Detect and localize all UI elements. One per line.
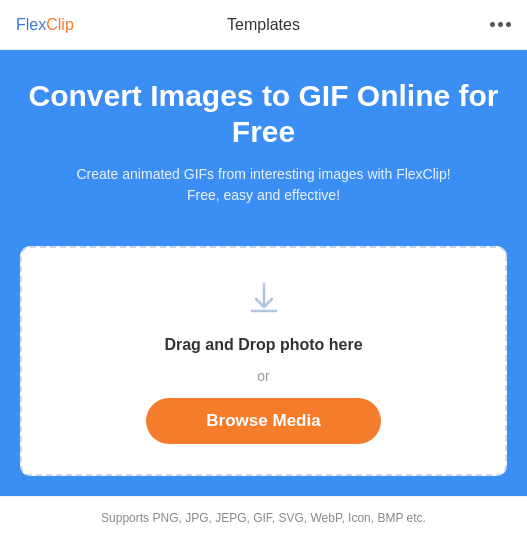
hero-subtitle: Create animated GIFs from interesting im…: [64, 164, 464, 206]
upload-dropzone[interactable]: Drag and Drop photo here or Browse Media: [20, 246, 507, 476]
logo: FlexClip: [16, 16, 74, 34]
download-icon: [244, 278, 284, 322]
upload-section: Drag and Drop photo here or Browse Media: [0, 230, 527, 496]
browse-media-button[interactable]: Browse Media: [146, 398, 380, 444]
more-options-button[interactable]: [490, 22, 511, 27]
logo-flex: Flex: [16, 16, 46, 34]
dot-2: [498, 22, 503, 27]
hero-section: Convert Images to GIF Online for Free Cr…: [0, 50, 527, 230]
drag-drop-label: Drag and Drop photo here: [164, 336, 362, 354]
dot-1: [490, 22, 495, 27]
supports-text: Supports PNG, JPG, JEPG, GIF, SVG, WebP,…: [101, 511, 426, 525]
dot-3: [506, 22, 511, 27]
navbar: FlexClip Templates: [0, 0, 527, 50]
navbar-title: Templates: [227, 16, 300, 34]
footer: Supports PNG, JPG, JEPG, GIF, SVG, WebP,…: [0, 496, 527, 539]
logo-clip: Clip: [46, 16, 74, 34]
or-label: or: [257, 368, 269, 384]
hero-title: Convert Images to GIF Online for Free: [24, 78, 503, 150]
